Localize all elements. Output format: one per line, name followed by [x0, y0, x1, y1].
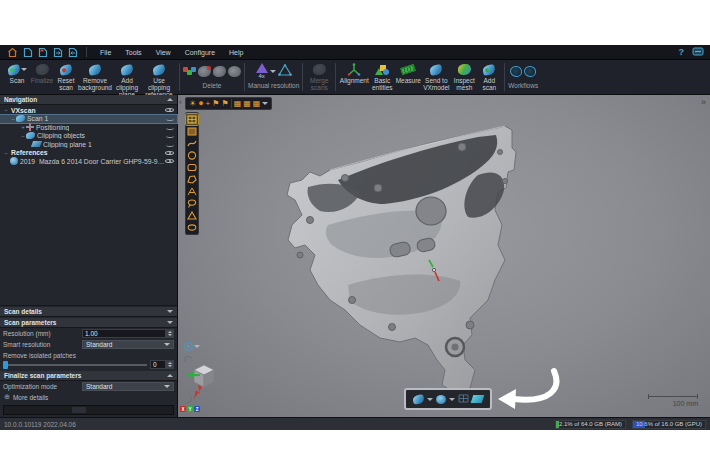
add-target-icon[interactable]: +	[206, 100, 211, 108]
workflow-inspect-icon[interactable]	[524, 66, 536, 77]
target-flag-icon[interactable]: ⚑	[212, 100, 219, 108]
resolution-stepper[interactable]	[166, 329, 174, 338]
home-icon[interactable]	[6, 46, 19, 58]
viewport-3d[interactable]: ‹ » ☀ ● + ⚑ ⚑ ▦ ▦ ▦	[178, 95, 710, 417]
eye-icon[interactable]	[165, 149, 174, 156]
eye-icon[interactable]	[165, 107, 174, 114]
add-clipping-plane-button[interactable]: Add clipping plane	[112, 62, 142, 99]
visibility-curve-icon[interactable]	[166, 116, 174, 121]
expander-icon[interactable]: −	[3, 150, 9, 156]
remove-background-button[interactable]: Remove background	[78, 62, 112, 92]
tree-item-reference-model[interactable]: 2019_Mazda 6 2014 Door Carrier GHP9-59-9…	[0, 157, 177, 166]
resolution-4x-button[interactable]: 4x	[256, 63, 268, 79]
resolution-triangle-button[interactable]	[278, 62, 292, 80]
shading-display-icon[interactable]	[436, 395, 446, 404]
collapse-up-icon[interactable]	[167, 98, 173, 101]
mesh-display-icon[interactable]	[412, 394, 424, 404]
measure-button[interactable]: Measure	[395, 62, 421, 85]
optimization-mode-select[interactable]: Standard	[82, 382, 174, 391]
expander-icon[interactable]: −	[3, 107, 9, 113]
wireframe-display-icon[interactable]	[458, 390, 469, 408]
selection-spline-icon[interactable]	[186, 138, 198, 149]
add-scan-button[interactable]: Add scan	[477, 62, 501, 92]
visibility-curve-icon[interactable]	[166, 133, 174, 138]
menu-tools[interactable]: Tools	[119, 47, 147, 58]
view-cube[interactable]	[186, 363, 220, 399]
finalize-parameters-header[interactable]: Finalize scan parameters	[0, 371, 177, 381]
collapse-down-icon[interactable]	[167, 321, 173, 324]
new-document-icon[interactable]	[21, 46, 34, 58]
scan-details-header[interactable]: Scan details	[0, 307, 177, 317]
tree-item-scan-1[interactable]: − Scan 1	[0, 115, 177, 124]
selection-ellipse-icon[interactable]	[186, 222, 198, 233]
document-import-icon[interactable]	[51, 46, 64, 58]
caret-down-icon[interactable]	[427, 398, 433, 401]
resolution-input[interactable]	[85, 330, 163, 337]
document-export-icon[interactable]	[66, 46, 79, 58]
caret-down-icon[interactable]	[449, 398, 455, 401]
remove-isolated-slider[interactable]	[3, 360, 147, 369]
caret-down-icon[interactable]	[21, 68, 27, 71]
selection-rounded-rect-icon[interactable]	[186, 162, 198, 173]
workflow-scan-icon[interactable]	[510, 66, 522, 77]
alignment-button[interactable]: Alignment	[339, 62, 369, 85]
selection-polygon-icon[interactable]	[186, 174, 198, 185]
delete-vertices-icon[interactable]	[183, 66, 196, 77]
send-to-vxmodel-button[interactable]: Send to VXmodel	[421, 62, 451, 92]
selection-rectangle-icon[interactable]	[186, 114, 198, 125]
pattern-3-icon[interactable]: ▦	[253, 100, 261, 108]
selection-circle-icon[interactable]	[186, 150, 198, 161]
reset-scan-button[interactable]: Reset scan	[54, 62, 78, 92]
menu-file[interactable]: File	[94, 47, 117, 58]
scan-button[interactable]: Scan	[4, 62, 30, 85]
help-icon[interactable]: ?	[674, 47, 690, 57]
delete-isolated-icon[interactable]	[213, 66, 226, 77]
collapse-up-icon[interactable]	[167, 374, 173, 377]
pattern-2-icon[interactable]: ▦	[243, 100, 251, 108]
scanned-part-mesh[interactable]	[178, 95, 710, 417]
inspect-mesh-button[interactable]: Inspect mesh	[451, 62, 477, 92]
visibility-curve-icon[interactable]	[166, 125, 174, 130]
remove-isolated-input[interactable]	[153, 361, 163, 368]
caret-down-icon[interactable]	[194, 345, 200, 348]
navigation-header[interactable]: Navigation	[0, 95, 177, 105]
tree-item-clipping-plane-1[interactable]: Clipping plane 1	[0, 140, 177, 149]
menu-configure[interactable]: Configure	[179, 47, 221, 58]
document-refresh-icon[interactable]	[36, 46, 49, 58]
caret-down-icon[interactable]	[270, 70, 276, 73]
collapse-down-icon[interactable]	[167, 310, 173, 313]
feedback-icon[interactable]	[691, 46, 704, 58]
remove-isolated-stepper[interactable]	[166, 360, 174, 369]
pattern-icon[interactable]: ▦	[234, 100, 242, 108]
expand-right-icon[interactable]: »	[701, 97, 706, 107]
selection-lasso-icon[interactable]	[186, 198, 198, 209]
sun-icon[interactable]: ☀	[189, 100, 196, 108]
delete-selection-icon[interactable]	[198, 66, 211, 77]
menu-help[interactable]: Help	[223, 47, 249, 58]
visibility-curve-icon[interactable]	[166, 142, 174, 147]
selection-freeform-icon[interactable]	[186, 186, 198, 197]
use-clipping-reference-button[interactable]: Use clipping reference	[142, 62, 176, 99]
use-clipping-reference-icon	[152, 64, 165, 76]
clipping-display-icon[interactable]	[471, 395, 485, 403]
target-flag-2-icon[interactable]: ⚑	[221, 100, 228, 108]
finalize-button: Finalize	[30, 62, 54, 85]
eye-icon[interactable]	[165, 158, 174, 165]
view-orientation-button[interactable]	[184, 342, 200, 351]
more-details-link[interactable]: ⊕ More details	[0, 392, 177, 402]
tree-item-clipping-objects[interactable]: − Clipping objects	[0, 132, 177, 141]
scan-parameters-header[interactable]: Scan parameters	[0, 318, 177, 328]
tree-item-vxscan[interactable]: − VXscan	[0, 106, 177, 115]
selection-triangle-icon[interactable]	[186, 210, 198, 221]
menu-view[interactable]: View	[150, 47, 177, 58]
smart-resolution-select[interactable]: Standard	[82, 340, 174, 349]
basic-entities-button[interactable]: Basic entities	[369, 62, 395, 92]
tree-item-references[interactable]: − References	[0, 149, 177, 158]
delete-background-icon[interactable]	[228, 66, 241, 77]
disc-icon[interactable]: ●	[198, 99, 203, 108]
caret-down-icon[interactable]	[262, 102, 268, 105]
tree-item-positioning[interactable]: + Positioning	[0, 123, 177, 132]
selection-texture-icon[interactable]	[186, 126, 198, 137]
slider-handle[interactable]	[3, 361, 8, 369]
collapse-left-icon[interactable]: ‹	[179, 97, 182, 107]
